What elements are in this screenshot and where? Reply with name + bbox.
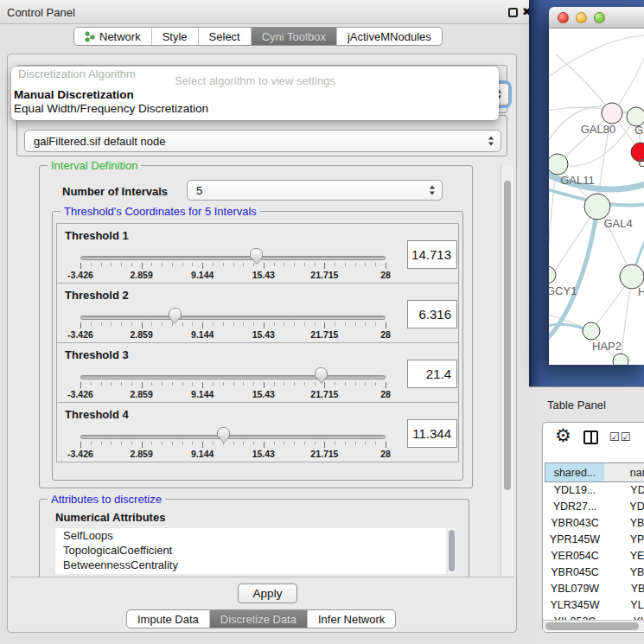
select-columns-icon[interactable]: ☑☑ xyxy=(609,430,631,443)
tick-mark xyxy=(386,442,386,448)
slider-handle[interactable] xyxy=(169,308,182,319)
number-of-intervals-combobox[interactable]: 5 xyxy=(187,180,443,201)
panel-scrollbar[interactable] xyxy=(501,165,513,578)
network-window-titlebar[interactable] xyxy=(549,7,644,29)
slider-handle[interactable] xyxy=(217,427,230,438)
scrollbar-thumb[interactable] xyxy=(504,181,511,490)
tab-impute-data[interactable]: Impute Data xyxy=(127,610,210,628)
attribute-list-item[interactable]: TopologicalCoefficient xyxy=(55,543,446,558)
table-data-combobox[interactable]: galFiltered.sif default node xyxy=(24,130,501,152)
cell-shared-name[interactable]: YPR145W xyxy=(545,532,605,548)
top-tab-strip: Network Style Select Cyni Toolbox jActiv… xyxy=(73,27,443,46)
gear-icon[interactable]: ⚙ xyxy=(555,425,571,446)
dropdown-option-manual[interactable]: Manual Discretization xyxy=(14,88,134,101)
slider-track[interactable] xyxy=(80,375,386,379)
table-hscrollbar[interactable] xyxy=(543,620,644,631)
cell-shared-name[interactable]: YBR045C xyxy=(545,564,605,581)
tick-mark xyxy=(223,382,224,386)
tab-network[interactable]: Network xyxy=(74,28,152,45)
tab-infer-network[interactable]: Infer Network xyxy=(308,610,395,628)
cell-shared-name[interactable]: YBR043C xyxy=(545,515,605,532)
network-node[interactable] xyxy=(584,194,610,220)
tick-mark xyxy=(365,382,366,386)
table-row[interactable]: YBR045CYBR0 xyxy=(543,564,644,581)
tick-mark xyxy=(274,382,275,386)
tab-cyni-toolbox[interactable]: Cyni Toolbox xyxy=(252,28,337,45)
cell-name[interactable]: YDR2 xyxy=(604,499,644,515)
split-columns-icon[interactable] xyxy=(583,430,598,444)
table-row[interactable]: YBR043CYBR0 xyxy=(543,515,644,532)
column-header-name[interactable]: name xyxy=(604,462,644,482)
attribute-list-item[interactable]: BetweennessCentrality xyxy=(55,558,446,572)
network-icon xyxy=(85,31,95,42)
attributes-scrollbar[interactable] xyxy=(448,528,456,574)
cell-shared-name[interactable]: YBL079W xyxy=(545,581,605,597)
tick-mark xyxy=(375,263,376,266)
tick-mark xyxy=(121,382,122,386)
network-node[interactable] xyxy=(613,354,628,365)
tab-jactivemnodules[interactable]: jActiveMNodules xyxy=(337,28,442,45)
dropdown-placeholder-item[interactable]: Select algorithm to view settings xyxy=(11,74,499,87)
scrollbar-thumb[interactable] xyxy=(449,530,455,571)
tick-mark xyxy=(253,382,254,386)
table-row[interactable]: YER054CYER0 xyxy=(543,548,644,564)
cell-name[interactable]: YPR1 xyxy=(604,532,644,548)
cell-name[interactable]: YER0 xyxy=(604,548,644,564)
cell-shared-name[interactable]: YER054C xyxy=(545,548,605,564)
table-row[interactable]: YPR145WYPR1 xyxy=(543,532,644,548)
network-node[interactable] xyxy=(583,322,600,340)
cell-name[interactable]: YBR0 xyxy=(604,564,644,581)
cell-name[interactable]: YLR3 xyxy=(604,597,644,614)
table-panel-title: Table Panel xyxy=(547,399,606,411)
combo-arrows-icon xyxy=(488,134,494,149)
tick-mark xyxy=(324,263,325,269)
threshold-value-field[interactable]: 21.4 xyxy=(407,360,457,388)
tick-mark xyxy=(182,263,183,266)
tick-mark xyxy=(142,442,143,448)
close-traffic-light[interactable] xyxy=(558,12,569,23)
table-row[interactable]: YLR345WYLR3 xyxy=(543,597,644,614)
network-node[interactable] xyxy=(549,154,568,175)
tick-mark xyxy=(355,322,356,326)
table-row[interactable]: YBL079WYBL0 xyxy=(543,581,644,597)
table-row[interactable]: YIL052CYIL0 xyxy=(543,614,644,620)
threshold-value-field[interactable]: 6.316 xyxy=(407,300,457,328)
threshold-value-field[interactable]: 14.713 xyxy=(407,240,457,269)
column-header-shared-name[interactable]: shared... xyxy=(545,462,605,482)
threshold-value-field[interactable]: 11.344 xyxy=(407,419,457,448)
float-window-icon[interactable] xyxy=(508,8,518,17)
cell-name[interactable]: YBR0 xyxy=(604,515,644,532)
apply-button[interactable]: Apply xyxy=(238,583,297,603)
tick-mark xyxy=(213,382,214,386)
table-data-group: Table Data galFiltered.sif default node xyxy=(16,115,507,156)
tick-mark xyxy=(151,263,152,266)
group-title: Attributes to discretize xyxy=(48,493,165,506)
zoom-traffic-light[interactable] xyxy=(594,12,605,23)
tab-select[interactable]: Select xyxy=(199,28,252,45)
network-node[interactable] xyxy=(549,266,556,284)
slider-track[interactable] xyxy=(80,316,386,320)
cell-shared-name[interactable]: YDL19... xyxy=(545,482,605,499)
tab-style[interactable]: Style xyxy=(152,28,199,45)
tick-mark xyxy=(162,322,163,326)
cell-name[interactable]: YBL0 xyxy=(604,581,644,597)
minimize-traffic-light[interactable] xyxy=(576,12,587,23)
cell-name[interactable]: YDL1 xyxy=(604,482,644,499)
table-row[interactable]: YDR27...YDR2 xyxy=(543,499,644,515)
cell-shared-name[interactable]: YDR27... xyxy=(545,499,605,515)
cell-name[interactable]: YIL0 xyxy=(604,614,644,620)
slider-handle[interactable] xyxy=(315,367,328,379)
slider-track[interactable] xyxy=(80,256,386,260)
cell-shared-name[interactable]: YIL052C xyxy=(545,614,605,620)
tab-discretize-data[interactable]: Discretize Data xyxy=(210,610,308,628)
scrollbar-thumb[interactable] xyxy=(545,622,639,630)
dropdown-option-equal-width[interactable]: Equal Width/Frequency Discretization xyxy=(14,102,208,115)
cell-shared-name[interactable]: YLR345W xyxy=(545,597,605,614)
slider-track[interactable] xyxy=(80,435,386,439)
network-canvas[interactable]: GAL80GACGAL11GAL4GCY1HHAP2 xyxy=(549,29,644,365)
slider-handle[interactable] xyxy=(250,248,263,259)
network-node[interactable] xyxy=(602,103,622,124)
attribute-list-item[interactable]: SelfLoops xyxy=(55,528,446,543)
table-row[interactable]: YDL19...YDL1 xyxy=(543,482,644,499)
network-view-window[interactable]: GAL80GACGAL11GAL4GCY1HHAP2 xyxy=(549,7,644,365)
